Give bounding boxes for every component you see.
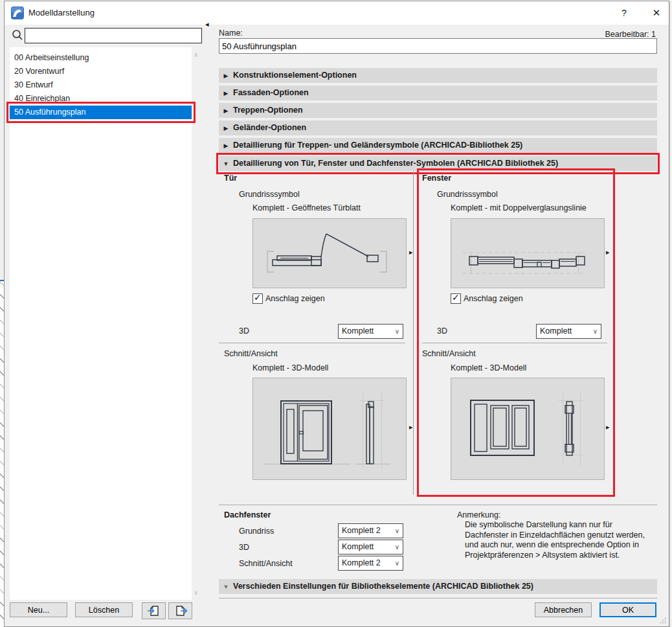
divider	[219, 598, 657, 598]
chevron-right-icon: ▶	[219, 86, 233, 101]
door-3d-value: Komplett	[339, 326, 374, 336]
door-elevation-next-icon[interactable]: ▸	[409, 423, 413, 431]
delete-button[interactable]: Löschen	[75, 602, 133, 617]
door-plan-next-icon[interactable]: ▸	[409, 248, 413, 256]
note-text: Die symbolische Darstellung kann nur für…	[465, 520, 672, 560]
section-konstruktionselement[interactable]: ▶Konstruktionselement-Optionen	[219, 68, 657, 83]
section-label: Geländer-Optionen	[233, 123, 306, 132]
panel-collapse-icon[interactable]: ◂	[205, 20, 209, 28]
search-input[interactable]	[25, 28, 202, 43]
list-item[interactable]: 00 Arbeitseinstellung	[10, 51, 192, 65]
modelldarstellung-dialog: Modelldarstellung ? ✕ 00 Arbeitseinstell…	[4, 1, 669, 627]
window-title: Fenster	[422, 174, 451, 183]
window-3d-select[interactable]: Komplett ∨	[536, 324, 601, 339]
chevron-right-icon: ▶	[219, 139, 233, 154]
door-3d-select[interactable]: Komplett ∨	[338, 324, 403, 339]
roof-section-select[interactable]: Komplett 2 ∨	[338, 556, 403, 571]
export-button[interactable]	[168, 602, 192, 619]
view-definition-list[interactable]: 00 Arbeitseinstellung 20 Vorentwurf 30 E…	[10, 47, 192, 600]
door-anschlag-checkbox[interactable]	[252, 293, 263, 304]
roof-plan-label: Grundriss	[239, 527, 274, 536]
chevron-right-icon: ▶	[219, 121, 233, 136]
search-icon	[12, 29, 23, 41]
divider	[422, 343, 607, 343]
window-3d-label: 3D	[437, 326, 447, 336]
import-button[interactable]	[142, 602, 166, 619]
ok-button[interactable]: OK	[599, 602, 656, 617]
list-item-selected[interactable]: 50 Ausführungsplan	[10, 106, 192, 119]
section-detaillierung-tuer-fenster[interactable]: ▼Detaillierung von Tür, Fenster und Dach…	[219, 156, 657, 171]
divider	[219, 343, 405, 343]
door-plan-symbol	[253, 219, 406, 288]
window-plan-label: Grundrisssymbol	[437, 190, 498, 199]
section-label: Fassaden-Optionen	[233, 88, 309, 97]
chevron-down-icon: ▼	[219, 157, 233, 172]
door-title: Tür	[224, 174, 237, 183]
roof-section-value: Komplett 2	[339, 558, 381, 567]
section-label: Detaillierung für Treppen- und Geländers…	[233, 141, 522, 150]
chevron-down-icon: ∨	[395, 524, 399, 538]
roof-3d-select[interactable]: Komplett ∨	[338, 540, 403, 554]
name-input[interactable]	[219, 38, 657, 54]
window-elevation-next-icon[interactable]: ▸	[606, 423, 610, 431]
editable-count: Bearbeitbar: 1	[605, 30, 656, 39]
roof-plan-select[interactable]: Komplett 2 ∨	[338, 523, 403, 538]
window-anschlag-label: Anschlag zeigen	[464, 294, 523, 303]
section-treppen[interactable]: ▶Treppen-Optionen	[219, 103, 657, 118]
list-scrollbar[interactable]: ∧ ∨	[192, 47, 203, 600]
note-title: Anmerkung:	[457, 510, 500, 519]
window-title: Modelldarstellung	[28, 8, 95, 17]
export-icon	[174, 605, 188, 617]
scroll-up-icon[interactable]: ∧	[194, 51, 198, 58]
list-item[interactable]: 20 Vorentwurf	[10, 65, 192, 78]
chevron-right-icon: ▶	[219, 69, 233, 84]
section-gelaender[interactable]: ▶Geländer-Optionen	[219, 120, 657, 135]
window-elevation-symbol	[451, 378, 604, 479]
window-section-style: Komplett - 3D-Modell	[451, 363, 526, 372]
window-plan-preview	[451, 218, 605, 288]
section-label: Detaillierung von Tür, Fenster und Dachf…	[233, 159, 558, 168]
archicad-icon	[11, 6, 24, 19]
list-item[interactable]: 40 Einreichplan	[10, 92, 192, 106]
section-verschieden-einstellungen[interactable]: ▼Verschieden Einstellungen für Bibliothe…	[219, 579, 657, 594]
door-elevation-symbol	[253, 378, 406, 479]
roof-3d-label: 3D	[239, 543, 249, 552]
scroll-down-icon[interactable]: ∨	[194, 589, 198, 596]
roof-section-label: Schnitt/Ansicht	[239, 559, 293, 568]
window-elevation-preview	[451, 378, 605, 480]
chevron-down-icon: ▼	[219, 580, 233, 595]
column-divider	[413, 171, 414, 495]
chevron-down-icon: ∨	[395, 556, 399, 570]
close-button[interactable]: ✕	[647, 5, 666, 21]
chevron-right-icon: ▶	[219, 104, 233, 119]
door-plan-preview	[252, 218, 407, 288]
door-anschlag-label: Anschlag zeigen	[265, 294, 325, 303]
chevron-down-icon: ∨	[395, 540, 399, 554]
door-elevation-preview	[252, 378, 407, 480]
section-fassaden[interactable]: ▶Fassaden-Optionen	[219, 86, 657, 100]
door-section-label: Schnitt/Ansicht	[224, 349, 278, 358]
roof-3d-value: Komplett	[339, 542, 374, 551]
door-plan-style: Komplett - Geöffnetes Türblatt	[252, 203, 361, 212]
list-item[interactable]: 30 Entwurf	[10, 78, 192, 92]
window-section-label: Schnitt/Ansicht	[422, 349, 476, 358]
window-plan-next-icon[interactable]: ▸	[606, 248, 610, 256]
window-anschlag-checkbox[interactable]	[451, 293, 461, 304]
door-section-style: Komplett - 3D-Modell	[252, 363, 328, 372]
import-icon	[147, 605, 161, 617]
screenshot-stage: Modelldarstellung ? ✕ 00 Arbeitseinstell…	[0, 0, 672, 627]
resize-grip[interactable]	[660, 617, 666, 624]
window-plan-style: Komplett - mit Doppelverglasungslinie	[451, 203, 587, 212]
window-3d-value: Komplett	[537, 326, 572, 336]
name-label: Name:	[219, 28, 243, 38]
title-bar: Modelldarstellung ? ✕	[5, 1, 669, 25]
chevron-down-icon: ∨	[395, 325, 399, 338]
door-plan-label: Grundrisssymbol	[239, 190, 300, 199]
roof-plan-value: Komplett 2	[339, 526, 381, 535]
section-detaillierung-treppen[interactable]: ▶Detaillierung für Treppen- und Geländer…	[219, 138, 657, 153]
chevron-down-icon: ∨	[593, 325, 598, 338]
cancel-button[interactable]: Abbrechen	[535, 602, 592, 617]
help-button[interactable]: ?	[614, 5, 634, 21]
new-button[interactable]: Neu...	[10, 602, 67, 617]
divider	[219, 505, 657, 505]
